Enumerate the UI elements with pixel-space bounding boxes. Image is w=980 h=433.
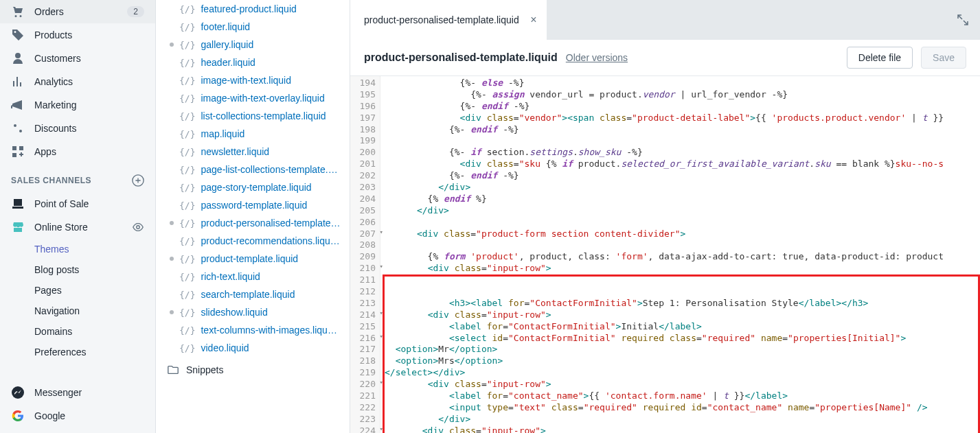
file-item[interactable]: {/}image-with-text.liquid: [156, 71, 350, 89]
file-item[interactable]: {/}product-personalised-template…: [156, 214, 350, 232]
add-channel-icon[interactable]: [132, 174, 144, 187]
subnav-preferences[interactable]: Preferences: [34, 342, 155, 362]
editor-tab[interactable]: product-personalised-template.liquid ×: [350, 0, 547, 40]
line-gutter: 1941951961971981992002012022032042052062…: [350, 76, 380, 433]
file-item[interactable]: {/}text-columns-with-images.liqu…: [156, 321, 350, 339]
file-item[interactable]: {/}password-template.liquid: [156, 196, 350, 214]
modified-dot-icon: [170, 257, 174, 261]
file-name: slideshow.liquid: [201, 307, 267, 318]
file-name: newsletter.liquid: [201, 146, 269, 157]
file-name: gallery.liquid: [201, 39, 253, 50]
code-content[interactable]: {%- else -%} {%- assign vendor_url = pro…: [380, 76, 980, 433]
channel-google[interactable]: Google: [0, 404, 155, 428]
channel-label: Messenger: [34, 387, 82, 398]
editor-tab-bar: product-personalised-template.liquid ×: [350, 0, 980, 40]
folder-icon: [167, 364, 179, 376]
file-item[interactable]: {/}slideshow.liquid: [156, 303, 350, 321]
file-item[interactable]: {/}header.liquid: [156, 54, 350, 71]
liquid-file-icon: {/}: [179, 307, 195, 318]
file-name: map.liquid: [201, 128, 244, 139]
liquid-file-icon: {/}: [179, 40, 195, 50]
channel-pos[interactable]: Point of Sale: [0, 192, 155, 215]
nav-label: Products: [34, 30, 72, 40]
file-item[interactable]: {/}search-template.liquid: [156, 285, 350, 303]
sales-channels-header: SALES CHANNELS: [0, 163, 155, 192]
file-title: product-personalised-template.liquid: [364, 51, 558, 64]
nav-label: Apps: [34, 146, 56, 157]
liquid-file-icon: {/}: [179, 183, 195, 193]
delete-file-button[interactable]: Delete file: [847, 47, 913, 69]
pos-icon: [11, 197, 25, 211]
preview-icon[interactable]: [132, 221, 144, 233]
file-name: product-personalised-template…: [201, 218, 340, 229]
svg-point-4: [137, 226, 140, 229]
discounts-icon: [11, 121, 25, 135]
file-item[interactable]: {/}list-collections-template.liquid: [156, 107, 350, 125]
channel-online[interactable]: Online Store: [0, 215, 155, 239]
file-name: page-story-template.liquid: [201, 182, 311, 193]
nav-item-products[interactable]: Products: [0, 23, 155, 47]
file-name: featured-product.liquid: [201, 3, 296, 14]
subnav-themes[interactable]: Themes: [34, 239, 155, 259]
file-item[interactable]: {/}rich-text.liquid: [156, 268, 350, 285]
subnav-pages[interactable]: Pages: [34, 280, 155, 301]
file-name: header.liquid: [201, 57, 255, 68]
close-tab-icon[interactable]: ×: [530, 14, 536, 26]
nav-item-orders[interactable]: Orders2: [0, 0, 155, 23]
file-name: text-columns-with-images.liqu…: [201, 325, 337, 336]
nav-item-customers[interactable]: Customers: [0, 47, 155, 70]
analytics-icon: [11, 75, 25, 89]
channel-messenger[interactable]: Messenger: [0, 381, 155, 404]
liquid-file-icon: {/}: [179, 325, 195, 336]
subnav-blog[interactable]: Blog posts: [34, 259, 155, 280]
subnav-domains[interactable]: Domains: [34, 321, 155, 342]
file-item[interactable]: {/}map.liquid: [156, 125, 350, 143]
file-name: product-recommendations.liqu…: [201, 235, 339, 246]
file-item[interactable]: {/}product-template.liquid: [156, 250, 350, 268]
svg-rect-2: [12, 153, 16, 157]
liquid-file-icon: {/}: [179, 272, 195, 282]
nav-item-apps[interactable]: Apps: [0, 140, 155, 163]
nav-badge: 2: [127, 6, 144, 17]
nav-item-discounts[interactable]: Discounts: [0, 117, 155, 140]
liquid-file-icon: {/}: [179, 218, 195, 229]
svg-point-5: [12, 386, 24, 399]
file-item[interactable]: {/}video.liquid: [156, 339, 350, 357]
file-item[interactable]: {/}image-with-text-overlay.liquid: [156, 89, 350, 107]
nav-label: Marketing: [34, 100, 76, 110]
liquid-file-icon: {/}: [179, 4, 195, 14]
file-name: image-with-text-overlay.liquid: [201, 93, 324, 104]
channel-label: Point of Sale: [34, 198, 89, 209]
liquid-file-icon: {/}: [179, 147, 195, 157]
file-name: rich-text.liquid: [201, 271, 260, 282]
apps-icon: [11, 145, 25, 159]
file-item[interactable]: {/}newsletter.liquid: [156, 143, 350, 161]
folder-snippets[interactable]: Snippets: [156, 357, 350, 383]
channel-label: Google: [34, 410, 65, 421]
file-header: product-personalised-template.liquid Old…: [350, 40, 980, 76]
file-item[interactable]: {/}page-story-template.liquid: [156, 178, 350, 196]
file-item[interactable]: {/}product-recommendations.liqu…: [156, 232, 350, 250]
marketing-icon: [11, 98, 25, 112]
messenger-icon: [11, 386, 25, 399]
file-name: page-list-collections-template.…: [201, 164, 337, 175]
nav-item-marketing[interactable]: Marketing: [0, 93, 155, 117]
file-name: product-template.liquid: [201, 253, 298, 264]
liquid-file-icon: {/}: [179, 200, 195, 211]
older-versions-link[interactable]: Older versions: [566, 52, 628, 63]
liquid-file-icon: {/}: [179, 75, 195, 86]
expand-editor-button[interactable]: [946, 0, 980, 40]
nav-item-analytics[interactable]: Analytics: [0, 70, 155, 93]
liquid-file-icon: {/}: [179, 236, 195, 246]
file-item[interactable]: {/}gallery.liquid: [156, 36, 350, 54]
file-item[interactable]: {/}featured-product.liquid: [156, 0, 350, 18]
file-item[interactable]: {/}page-list-collections-template.…: [156, 161, 350, 178]
file-tree-panel: {/}featured-product.liquid{/}footer.liqu…: [156, 0, 350, 433]
folder-label: Snippets: [186, 364, 223, 375]
liquid-file-icon: {/}: [179, 290, 195, 300]
file-item[interactable]: {/}footer.liquid: [156, 18, 350, 36]
code-area[interactable]: 1941951961971981992002012022032042052062…: [350, 76, 980, 433]
online-icon: [11, 220, 25, 234]
nav-label: Analytics: [34, 76, 73, 87]
subnav-navigation[interactable]: Navigation: [34, 301, 155, 321]
